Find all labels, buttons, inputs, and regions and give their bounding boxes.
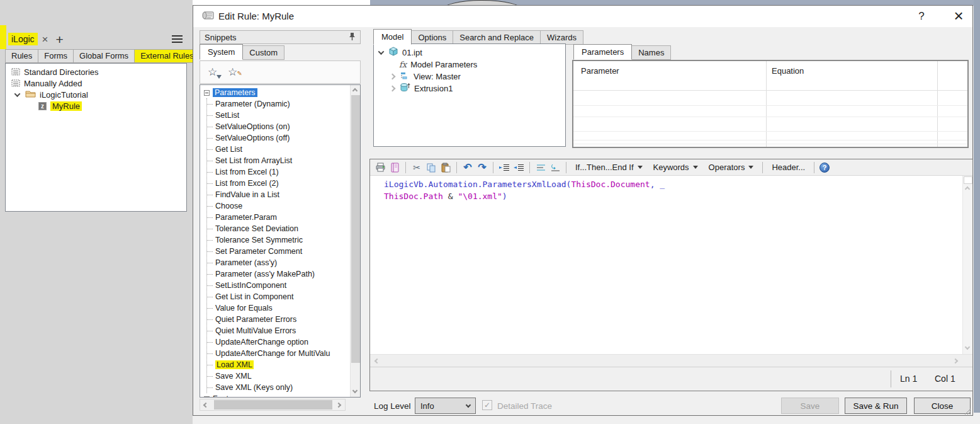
- chevron-down-icon[interactable]: [378, 49, 385, 55]
- tab-system[interactable]: System: [200, 44, 243, 60]
- tab-wizards[interactable]: Wizards: [540, 30, 583, 45]
- cut-icon[interactable]: ✂: [411, 162, 422, 173]
- tab-forms[interactable]: Forms: [38, 49, 73, 63]
- snippet-item[interactable]: List from Excel (1): [207, 166, 349, 178]
- redo-icon[interactable]: ↷: [476, 162, 488, 173]
- scrollbar-thumb[interactable]: [964, 176, 972, 184]
- snippet-item[interactable]: UpdateAfterChange option: [207, 336, 349, 348]
- tree-item-extrusion1[interactable]: Extrusion1: [374, 83, 565, 95]
- tab-rules[interactable]: Rules: [5, 49, 38, 63]
- snippet-item[interactable]: Parameter (ass'y): [207, 257, 349, 268]
- tab-model[interactable]: Model: [373, 29, 412, 45]
- help-icon[interactable]: ?: [819, 163, 830, 173]
- uncomment-icon[interactable]: [549, 162, 561, 173]
- snippet-item[interactable]: Parameter (Dynamic): [207, 98, 349, 110]
- tab-parameters[interactable]: Parameters: [573, 44, 632, 60]
- snippets-horizontal-scrollbar[interactable]: [200, 399, 346, 411]
- chevron-down-icon[interactable]: [14, 91, 21, 97]
- header-button[interactable]: Header...: [768, 161, 809, 173]
- scrollbar-thumb[interactable]: [351, 95, 360, 363]
- plus-icon[interactable]: +: [56, 33, 64, 46]
- snippet-item[interactable]: Set List from ArrayList: [207, 155, 349, 166]
- tree-item-standard-directories[interactable]: Standard Directories: [6, 66, 186, 77]
- snippet-item[interactable]: SetValueOptions (on): [207, 121, 349, 132]
- scroll-left-icon[interactable]: [375, 358, 380, 364]
- code-horizontal-scrollbar[interactable]: [370, 354, 972, 367]
- snippet-item[interactable]: Get List: [207, 144, 349, 155]
- code-vertical-scrollbar[interactable]: [962, 176, 972, 354]
- book-icon[interactable]: [389, 162, 400, 173]
- edit-snippets-icon[interactable]: ☆✎: [228, 66, 240, 79]
- print-icon[interactable]: [375, 162, 386, 173]
- operators-dropdown[interactable]: Operators: [705, 161, 758, 173]
- snippet-item[interactable]: Parameter (ass'y MakePath): [207, 268, 349, 280]
- snippet-item[interactable]: Parameter.Param: [207, 212, 349, 223]
- tree-item-view-master[interactable]: View: Master: [374, 71, 565, 83]
- undo-icon[interactable]: ↶: [462, 162, 473, 173]
- collapse-box-icon[interactable]: [204, 90, 210, 96]
- log-level-select[interactable]: Info: [415, 398, 476, 414]
- tree-item-01ipt[interactable]: 01.ipt: [374, 47, 565, 59]
- snippet-item[interactable]: Choose: [207, 200, 349, 212]
- snippet-item[interactable]: Quiet MultiValue Errors: [207, 325, 349, 336]
- tab-custom[interactable]: Custom: [242, 45, 284, 60]
- snippet-item[interactable]: Set Parameter Comment: [207, 246, 349, 257]
- snippet-item[interactable]: FindValue in a List: [207, 189, 349, 200]
- snippet-item[interactable]: UpdateAfterChange for MultiValu: [207, 348, 349, 359]
- dialog-help-button[interactable]: ?: [911, 10, 932, 23]
- scroll-right-icon[interactable]: [953, 358, 958, 364]
- snippet-group-parameters[interactable]: Parameters: [204, 87, 349, 98]
- snippets-vertical-scrollbar[interactable]: [350, 85, 360, 397]
- if-then-dropdown[interactable]: If...Then...End If: [572, 161, 646, 173]
- scrollbar-thumb[interactable]: [214, 400, 332, 410]
- tree-item-model-parameters[interactable]: fx Model Parameters: [374, 59, 565, 71]
- dialog-titlebar[interactable]: Edit Rule: MyRule ? ×: [193, 6, 972, 27]
- copy-icon[interactable]: [425, 162, 437, 173]
- chevron-right-icon[interactable]: [390, 86, 396, 92]
- tree-item-manually-added[interactable]: Manually Added: [6, 77, 186, 89]
- tab-external-rules[interactable]: External Rules: [134, 49, 200, 63]
- snippet-item[interactable]: Quiet Parameter Errors: [207, 314, 349, 325]
- filter-snippets-icon[interactable]: ☆: [208, 66, 220, 79]
- expand-box-icon[interactable]: [204, 396, 210, 398]
- snippet-item[interactable]: Value for Equals: [207, 302, 349, 314]
- tree-item-ilogictutorial[interactable]: iLogicTutorial: [6, 89, 186, 100]
- tree-item-myrule[interactable]: z MyRule: [6, 100, 186, 112]
- snippet-item[interactable]: Save XML: [207, 370, 349, 382]
- snippet-item[interactable]: Tolerance Set Symmetric: [207, 234, 349, 246]
- snippet-item[interactable]: List from Excel (2): [207, 178, 349, 189]
- code-area[interactable]: iLogicVb.Automation.ParametersXmlLoad(Th…: [370, 176, 972, 354]
- keywords-dropdown[interactable]: Keywords: [650, 161, 702, 173]
- close-icon[interactable]: ×: [42, 34, 48, 45]
- snippet-item[interactable]: Tolerance Set Deviation: [207, 223, 349, 234]
- snippet-item[interactable]: Get List in Component: [207, 291, 349, 302]
- scroll-right-icon[interactable]: [336, 403, 341, 408]
- save-and-run-button[interactable]: Save & Run: [845, 398, 907, 414]
- pin-icon[interactable]: [349, 32, 356, 43]
- dialog-close-button[interactable]: ×: [946, 6, 971, 26]
- snippet-group-features[interactable]: Features: [204, 393, 349, 397]
- resize-grip[interactable]: [964, 408, 971, 417]
- tab-options[interactable]: Options: [411, 30, 453, 45]
- code-content[interactable]: iLogicVb.Automation.ParametersXmlLoad(Th…: [384, 178, 665, 202]
- scroll-up-icon[interactable]: [965, 186, 970, 192]
- snippet-item[interactable]: SetValueOptions (off): [207, 132, 349, 144]
- tab-search-and-replace[interactable]: Search and Replace: [453, 30, 541, 45]
- save-button[interactable]: Save: [781, 398, 839, 414]
- tab-ilogic[interactable]: iLogic: [8, 33, 38, 45]
- tab-names[interactable]: Names: [631, 45, 671, 60]
- comment-icon[interactable]: [535, 162, 546, 173]
- snippet-item[interactable]: Load XML: [207, 359, 349, 370]
- chevron-right-icon[interactable]: [390, 74, 396, 80]
- hamburger-menu-icon[interactable]: [172, 35, 183, 43]
- tab-global-forms[interactable]: Global Forms: [73, 49, 134, 63]
- close-button[interactable]: Close: [914, 398, 971, 414]
- scroll-up-icon[interactable]: [352, 88, 358, 93]
- snippet-item[interactable]: SetList: [207, 110, 349, 121]
- paste-icon[interactable]: [440, 162, 451, 173]
- outdent-icon[interactable]: [513, 162, 524, 173]
- detailed-trace-checkbox[interactable]: ✓: [482, 400, 492, 410]
- scroll-left-icon[interactable]: [203, 403, 208, 408]
- snippet-item[interactable]: SetListInComponent: [207, 280, 349, 291]
- scroll-down-icon[interactable]: [352, 388, 358, 393]
